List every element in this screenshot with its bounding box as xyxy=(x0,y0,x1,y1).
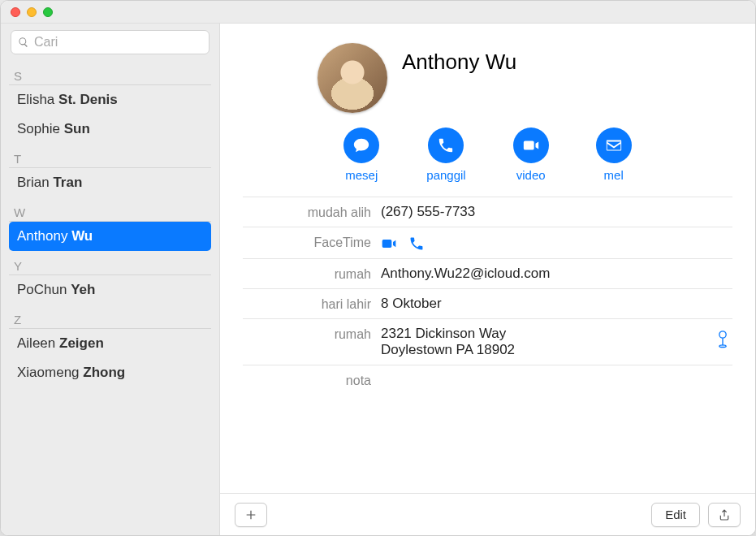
contact-fields: mudah alih (267) 555-7733 FaceTime rumah… xyxy=(220,197,755,395)
field-facetime: FaceTime xyxy=(243,227,732,258)
field-label: rumah xyxy=(243,266,381,282)
field-value[interactable]: (267) 555-7733 xyxy=(381,204,732,220)
contact-item[interactable]: Xiaomeng Zhong xyxy=(9,358,211,387)
field-note: nota xyxy=(243,365,732,395)
detail-header: Anthony Wu xyxy=(220,24,755,123)
section-header: T xyxy=(9,147,211,168)
search-input[interactable] xyxy=(34,35,202,50)
window-controls xyxy=(11,7,53,17)
contact-first: Xiaomeng xyxy=(17,365,80,380)
minimize-window-button[interactable] xyxy=(27,7,37,17)
contact-name: Anthony Wu xyxy=(402,43,516,75)
contact-last: Zeigen xyxy=(59,335,104,351)
quick-actions: mesej panggil video xyxy=(220,123,755,197)
window-body: S Elisha St. Denis Sophie Sun T Brian Tr… xyxy=(1,24,755,535)
contact-last: Tran xyxy=(53,175,82,190)
contact-item-selected[interactable]: Anthony Wu xyxy=(9,222,211,251)
edit-button[interactable]: Edit xyxy=(651,503,700,527)
field-address: rumah 2321 Dickinson Way Doylestown PA 1… xyxy=(243,318,732,365)
contact-first: Anthony xyxy=(17,228,67,244)
contact-first: Sophie xyxy=(17,121,60,136)
message-icon xyxy=(343,128,379,163)
address-line1: 2321 Dickinson Way xyxy=(381,326,732,342)
section-header: S xyxy=(9,64,211,85)
titlebar xyxy=(1,1,755,24)
contact-last: St. Denis xyxy=(58,92,118,107)
contact-first: Elisha xyxy=(17,92,54,107)
field-label: nota xyxy=(243,372,381,388)
field-mobile: mudah alih (267) 555-7733 xyxy=(243,197,732,227)
contact-first: Brian xyxy=(17,175,50,190)
action-label: video xyxy=(516,168,546,182)
contact-item[interactable]: Brian Tran xyxy=(9,168,211,197)
contacts-window: S Elisha St. Denis Sophie Sun T Brian Tr… xyxy=(0,0,756,536)
svg-point-1 xyxy=(719,345,726,348)
video-action[interactable]: video xyxy=(513,128,549,182)
map-pin-icon[interactable] xyxy=(715,329,731,352)
action-label: mel xyxy=(604,168,624,182)
field-value: 8 Oktober xyxy=(381,296,732,312)
field-value[interactable]: Anthony.Wu22@icloud.com xyxy=(381,266,732,282)
search-container xyxy=(1,24,219,61)
contact-last: Zhong xyxy=(83,365,125,380)
close-window-button[interactable] xyxy=(11,7,20,17)
action-label: panggil xyxy=(426,168,465,182)
contact-last: Wu xyxy=(71,228,93,244)
field-email: rumah Anthony.Wu22@icloud.com xyxy=(243,258,732,288)
contact-item[interactable]: Elisha St. Denis xyxy=(9,85,211,115)
field-label: FaceTime xyxy=(243,234,381,250)
field-label: rumah xyxy=(243,326,381,342)
contacts-list[interactable]: S Elisha St. Denis Sophie Sun T Brian Tr… xyxy=(1,61,219,535)
section-header: W xyxy=(9,201,211,222)
mail-action[interactable]: mel xyxy=(596,128,632,182)
fullscreen-window-button[interactable] xyxy=(43,7,53,17)
facetime-audio-icon[interactable] xyxy=(408,236,425,252)
contact-last: Yeh xyxy=(71,282,95,297)
phone-icon xyxy=(428,128,464,163)
contact-item[interactable]: PoChun Yeh xyxy=(9,275,211,305)
contact-last: Sun xyxy=(64,121,90,136)
message-action[interactable]: mesej xyxy=(343,128,379,182)
search-icon xyxy=(18,37,29,48)
mail-icon xyxy=(596,128,632,163)
svg-point-0 xyxy=(719,331,726,338)
video-icon xyxy=(513,128,549,163)
share-button[interactable] xyxy=(708,503,741,527)
contact-detail: Anthony Wu mesej panggil xyxy=(220,24,755,535)
add-button[interactable] xyxy=(235,503,267,527)
section-header: Y xyxy=(9,254,211,275)
field-birthday: hari lahir 8 Oktober xyxy=(243,288,732,318)
call-action[interactable]: panggil xyxy=(426,128,465,182)
contact-first: Aileen xyxy=(17,335,55,351)
field-value xyxy=(381,234,732,252)
section-header: Z xyxy=(9,308,211,329)
field-label: hari lahir xyxy=(243,296,381,312)
field-label: mudah alih xyxy=(243,204,381,220)
avatar[interactable] xyxy=(318,43,387,113)
sidebar: S Elisha St. Denis Sophie Sun T Brian Tr… xyxy=(1,24,220,535)
address-line2: Doylestown PA 18902 xyxy=(381,342,732,358)
search-field[interactable] xyxy=(11,30,210,54)
action-label: mesej xyxy=(345,168,378,182)
contact-item[interactable]: Sophie Sun xyxy=(9,115,211,144)
bottom-toolbar: Edit xyxy=(220,493,755,535)
facetime-video-icon[interactable] xyxy=(381,236,397,252)
field-value[interactable]: 2321 Dickinson Way Doylestown PA 18902 xyxy=(381,326,732,358)
contact-item[interactable]: Aileen Zeigen xyxy=(9,329,211,358)
contact-first: PoChun xyxy=(17,282,67,297)
